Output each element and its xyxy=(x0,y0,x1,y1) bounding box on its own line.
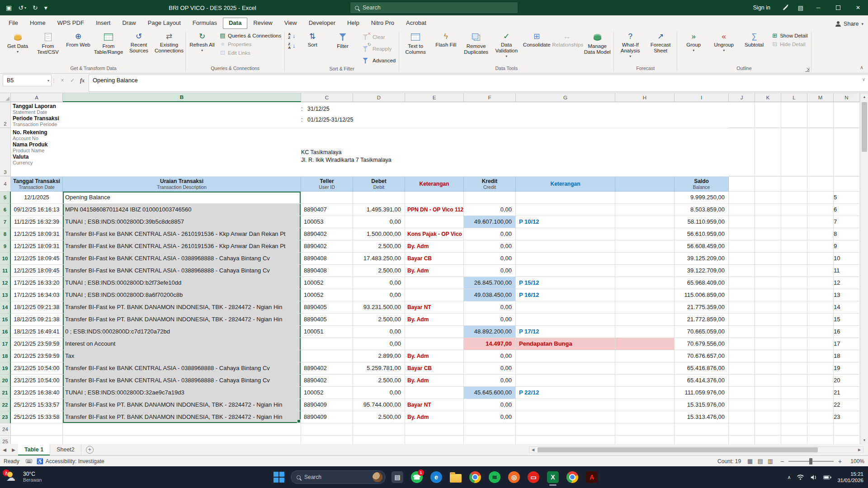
cell-N15[interactable]: 15 xyxy=(834,314,860,326)
cell-A24[interactable] xyxy=(11,423,63,436)
column-header-L[interactable]: L xyxy=(781,93,807,102)
cell-D12[interactable]: 0,00 xyxy=(353,277,405,289)
cell-I17[interactable]: 70.679.556,00 xyxy=(675,338,729,350)
cell-N19[interactable]: 19 xyxy=(834,362,860,375)
sheet-nav-right-icon[interactable]: ▶ xyxy=(9,447,18,452)
ribbon-tab-formulas[interactable]: Formulas xyxy=(187,18,223,29)
cell-D8[interactable]: 1.500.000,00 xyxy=(353,228,405,240)
cell-L11[interactable] xyxy=(781,265,807,277)
cell-I6[interactable]: 8.503.859,00 xyxy=(675,204,729,216)
cell-I10[interactable]: 39.125.209,00 xyxy=(675,253,729,265)
cell-J22[interactable] xyxy=(729,399,755,411)
cell-A23[interactable]: 25/12/25 15:33:58 xyxy=(11,411,63,423)
column-header-B[interactable]: B xyxy=(63,93,301,102)
cell-G23[interactable] xyxy=(516,411,615,423)
cell-J3[interactable] xyxy=(729,128,755,176)
cell-K19[interactable] xyxy=(755,362,781,375)
row-header-9[interactable]: 9 xyxy=(0,240,11,253)
cell-F20[interactable]: 0,00 xyxy=(464,375,516,387)
cell-A14[interactable]: 18/12/25 09:21:38 xyxy=(11,301,63,314)
column-header-E[interactable]: E xyxy=(405,93,464,102)
cell-H5[interactable] xyxy=(615,192,675,204)
cell-C11[interactable]: 8890408 xyxy=(301,265,353,277)
what-if-analysis-button[interactable]: ?What-If Analysis▾ xyxy=(615,31,645,64)
share-zone[interactable]: Share ▾ xyxy=(835,21,863,27)
cell-G13[interactable]: P 16/12 xyxy=(516,289,615,301)
cell-D24[interactable] xyxy=(353,423,405,436)
cell-D18[interactable]: 2.899,00 xyxy=(353,350,405,362)
manage-data-model-button[interactable]: Manage Data Model xyxy=(582,31,612,64)
cell-D14[interactable]: 93.231.500,00 xyxy=(353,301,405,314)
cell-C8[interactable]: 8890402 xyxy=(301,228,353,240)
cell-M19[interactable] xyxy=(807,362,834,375)
cell-H8[interactable] xyxy=(615,228,675,240)
cell-L25[interactable] xyxy=(781,436,807,444)
cell-K17[interactable] xyxy=(755,338,781,350)
cell-C20[interactable]: 8890402 xyxy=(301,375,353,387)
zoom-slider-thumb[interactable] xyxy=(809,458,812,465)
row-header-24[interactable]: 24 xyxy=(0,423,11,436)
cell-L12[interactable] xyxy=(781,277,807,289)
cell-G22[interactable] xyxy=(516,399,615,411)
cell-C17[interactable] xyxy=(301,338,353,350)
cell-E16[interactable] xyxy=(405,326,464,338)
sign-in-button[interactable]: Sign in xyxy=(746,5,778,11)
ribbon-tab-file[interactable]: File xyxy=(3,18,24,29)
cell-E19[interactable]: Bayar CB xyxy=(405,362,464,375)
row-header-18[interactable]: 18 xyxy=(0,350,11,362)
taskbar-app-folder[interactable] xyxy=(448,468,463,486)
cell-K14[interactable] xyxy=(755,301,781,314)
row-header-14[interactable]: 14 xyxy=(0,301,11,314)
cell-G20[interactable] xyxy=(516,375,615,387)
cell-C19[interactable]: 8890402 xyxy=(301,362,353,375)
cell-K8[interactable] xyxy=(755,228,781,240)
cell-L13[interactable] xyxy=(781,289,807,301)
cell-I16[interactable]: 70.665.059,00 xyxy=(675,326,729,338)
cell-A12[interactable]: 17/12/25 16:33:20 xyxy=(11,277,63,289)
column-header-N[interactable]: N xyxy=(834,93,860,102)
cell-L5[interactable] xyxy=(781,192,807,204)
qat-save-button[interactable]: ▣ xyxy=(4,4,14,12)
cell-D6[interactable]: 1.495.391,00 xyxy=(353,204,405,216)
row-header-5[interactable]: 5 xyxy=(0,192,11,204)
taskbar-app-app-red[interactable]: ▭ xyxy=(526,468,541,486)
cell-H12[interactable] xyxy=(615,277,675,289)
cell-G25[interactable] xyxy=(516,436,615,444)
cell-I5[interactable]: 9.999.250,00 xyxy=(675,192,729,204)
qat-undo-button[interactable]: ↺▾ xyxy=(16,4,28,12)
cell-D10[interactable]: 17.483.250,00 xyxy=(353,253,405,265)
volume-icon[interactable] xyxy=(810,474,817,480)
header-A[interactable]: Tanggal TransaksiTransaction Date xyxy=(11,177,63,192)
cell-N25[interactable] xyxy=(834,436,860,444)
cell-N16[interactable]: 16 xyxy=(834,326,860,338)
taskbar-app-chrome-2[interactable] xyxy=(565,468,580,486)
cell-C9[interactable]: 8890402 xyxy=(301,240,353,253)
cell-D19[interactable]: 5.259.781,00 xyxy=(353,362,405,375)
cell-A6[interactable]: 09/12/25 16:16:13 xyxy=(11,204,63,216)
ribbon-tab-view[interactable]: View xyxy=(278,18,303,29)
cell-F14[interactable]: 0,00 xyxy=(464,301,516,314)
cell-F12[interactable]: 26.845.700,00 xyxy=(464,277,516,289)
cell-J2[interactable] xyxy=(729,102,755,128)
insert-function-button[interactable]: fx xyxy=(78,77,87,84)
cell-G21[interactable]: P 22/12 xyxy=(516,387,615,399)
cell-E9[interactable]: By. Adm xyxy=(405,240,464,253)
cell-D16[interactable]: 0,00 xyxy=(353,326,405,338)
cell-B21[interactable]: TUNAI ; ESB:INDS:0002800D:32ae9c7a19d3 xyxy=(63,387,301,399)
cell-E23[interactable]: By. Adm xyxy=(405,411,464,423)
cell-G16[interactable]: P 17/12 xyxy=(516,326,615,338)
minimize-button[interactable]: ─ xyxy=(808,0,828,15)
cell-E20[interactable]: By. Adm xyxy=(405,375,464,387)
qat-redo-button[interactable]: ↻ xyxy=(30,4,40,12)
cell-K4[interactable] xyxy=(755,177,781,192)
cell-J17[interactable] xyxy=(729,338,755,350)
forecast-sheet-button[interactable]: ↗Forecast Sheet xyxy=(646,31,675,64)
cell-D11[interactable]: 2.500,00 xyxy=(353,265,405,277)
cell-A16[interactable]: 18/12/25 16:49:41 xyxy=(11,326,63,338)
cell-G11[interactable] xyxy=(516,265,615,277)
horizontal-scrollbar-thumb[interactable] xyxy=(538,447,818,452)
ribbon-tab-home[interactable]: Home xyxy=(24,18,52,29)
cell-E13[interactable] xyxy=(405,289,464,301)
scroll-left-icon[interactable]: ◀ xyxy=(529,448,537,452)
cell-G24[interactable] xyxy=(516,423,615,436)
